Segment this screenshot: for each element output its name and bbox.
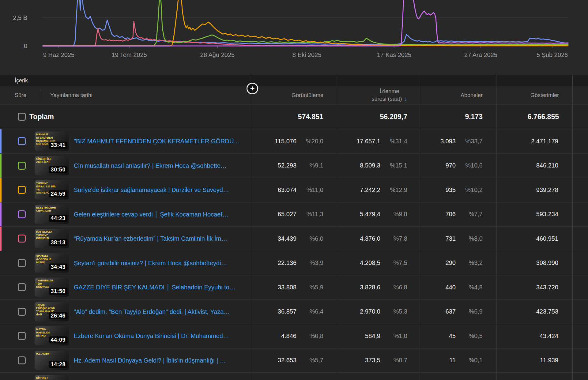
video-table-row: HZ. ADEM14:28Hz. Adem Nasıl Dünyaya Geld…	[0, 348, 588, 373]
row-select-checkbox[interactable]	[18, 283, 26, 291]
video-thumbnail[interactable]: HAFIZLIKTA TÜRKİYE BİRİNCİSİ38:13	[35, 229, 69, 248]
metric-percent: %4,8	[456, 284, 483, 291]
metric-value: 65.027	[278, 211, 296, 218]
column-header-publish-date[interactable]: Yayınlanma tarihi	[50, 92, 92, 99]
metric-percent: %20,0	[296, 138, 323, 145]
video-duration-badge: 30:50	[49, 166, 67, 173]
video-table-row: MAHMUT EFENDİ'DEN KERAMETLER GÖRDÜK33:41…	[0, 129, 588, 153]
row-select-checkbox[interactable]	[18, 356, 26, 364]
metric-percent: %0,1	[456, 357, 483, 364]
y-axis-tick-label: 0	[9, 43, 27, 50]
column-header-impressions[interactable]: Gösterimler	[496, 86, 572, 104]
subscribers-cell: 45%0,5	[421, 324, 496, 348]
metric-value: 7.242,2	[360, 186, 380, 194]
metric-value: 970	[446, 162, 456, 169]
add-metric-button[interactable]: +	[247, 83, 258, 94]
views-over-time-chart: 2,5 B09 Haz 202519 Tem 202528 Ağu 20258 …	[0, 0, 588, 75]
metric-value: 2.970,0	[360, 308, 380, 315]
row-select-checkbox[interactable]	[18, 332, 26, 340]
impressions-cell: 43.424	[496, 324, 572, 348]
impressions-cell: 846.210	[496, 154, 572, 178]
select-all-checkbox[interactable]	[18, 113, 26, 121]
metric-value: 460.951	[536, 235, 558, 242]
row-select-checkbox[interactable]	[18, 137, 26, 145]
thumbnail-caption: HAFIZLIKTA TÜRKİYE BİRİNCİSİ	[36, 230, 56, 240]
video-thumbnail[interactable]: "YAHUDİLER TÜM DÜNYAYA31:50	[35, 278, 69, 297]
metric-percent: %10,6	[456, 162, 483, 169]
video-thumbnail[interactable]: DİYANET MEMURU	[35, 375, 69, 380]
metric-value: 8.509,3	[360, 162, 380, 169]
metric-value: 5.479,4	[360, 211, 380, 218]
row-select-checkbox[interactable]	[18, 162, 26, 170]
metric-percent: %7,7	[456, 211, 483, 218]
subscribers-cell: 970%10,6	[421, 154, 496, 178]
metric-percent: %5,7	[296, 357, 323, 364]
video-title-link[interactable]: "Alo" dedim. "Ben Tayyip Erdoğan" dedi. …	[74, 308, 230, 315]
video-title-link[interactable]: “Rüyamda Kur’an ezberledim” | Taksim Cam…	[74, 235, 227, 242]
watch-time-cell: 17.657,1%31,4	[337, 129, 421, 153]
metric-value: 22.136	[278, 259, 296, 266]
analytics-page: 2,5 B09 Haz 202519 Tem 202528 Ağu 20258 …	[0, 0, 588, 380]
row-select-checkbox[interactable]	[18, 308, 26, 316]
metric-value: 846.210	[536, 162, 558, 169]
video-thumbnail[interactable]: ELEŞTİRİLERE CEVAPLAR44:23	[35, 205, 69, 224]
column-header-watch-time[interactable]: İzlenme süresi (saat)↓	[337, 86, 421, 104]
subscribers-header-label: Aboneler	[461, 92, 483, 99]
metric-value: 731	[446, 235, 456, 242]
x-axis-tick-label: 17 Kas 2025	[377, 51, 411, 58]
metric-value: 308.990	[536, 259, 558, 266]
watch-time-cell: 4.376,0%7,8	[337, 227, 421, 251]
subscribers-cell: 3.093%33,7	[421, 129, 496, 153]
column-header-duration[interactable]: Süre	[15, 92, 26, 99]
x-axis-tick-label: 19 Tem 2025	[111, 51, 147, 58]
video-thumbnail[interactable]: HZ. ADEM14:28	[35, 351, 69, 370]
video-thumbnail[interactable]: Tayyip Erdoğan aradı "Bana dua et" dedi2…	[35, 302, 69, 321]
video-thumbnail[interactable]: ŞEYTANI GÖREBİLİR MİSİN?34:43	[35, 253, 69, 273]
metric-percent: %5,3	[380, 308, 407, 315]
subscribers-cell: 440%4,8	[421, 275, 496, 299]
row-select-checkbox[interactable]	[18, 259, 26, 267]
metric-percent: %6,8	[380, 284, 407, 291]
metric-percent: %7,5	[380, 259, 407, 266]
video-title-link[interactable]: Hz. Adem Nasıl Dünyaya Geldi? | İblis'in…	[74, 357, 226, 364]
metric-value: 43.424	[540, 333, 558, 340]
subscribers-cell: 11%0,1	[421, 348, 496, 373]
watch-time-cell: 7.242,2%12,9	[337, 178, 421, 202]
metric-percent: %15,1	[380, 162, 407, 169]
metric-percent: %12,9	[380, 186, 407, 194]
video-title-link[interactable]: "BİZ MAHMUT EFENDİDEN ÇOK KERAMETLER GÖR…	[74, 138, 240, 145]
video-title-link[interactable]: Suriye'de istikrar sağlanamayacak | Dürz…	[74, 186, 229, 194]
metric-value: 3.093	[440, 138, 456, 145]
metric-percent: %0,8	[296, 333, 323, 340]
video-table-row: "YAHUDİLER TÜM DÜNYAYA31:50GAZZE DİYE Bİ…	[0, 275, 588, 299]
video-title-link[interactable]: Gelen eleştirilere cevap verdi │ Şefik K…	[74, 211, 228, 218]
video-thumbnail[interactable]: TÜRKİYE İSRAİL İLE BİR YIL SAVAŞACAK24:5…	[35, 180, 69, 200]
video-title-link[interactable]: GAZZE DİYE BİR ŞEY KALMADI │ Selahaddin …	[74, 284, 236, 291]
video-title-link[interactable]: Cin musallatı nasıl anlaşılır? | Ekrem H…	[74, 162, 227, 169]
row-select-checkbox[interactable]	[18, 210, 26, 218]
video-thumbnail[interactable]: CİNLER İLE AMELİYAT30:50	[35, 156, 69, 175]
metric-percent: %31,4	[380, 138, 407, 145]
video-duration-badge: 24:59	[49, 190, 67, 198]
column-header-views[interactable]: Görüntüleme	[252, 86, 337, 104]
metric-value: 52.293	[278, 162, 296, 169]
chart-canvas[interactable]	[0, 0, 588, 75]
metric-percent: %6,4	[296, 308, 323, 315]
video-title-link[interactable]: Ezbere Kur'an Okuma Dünya Birincisi | Dr…	[74, 333, 229, 340]
row-select-checkbox[interactable]	[18, 235, 26, 243]
views-cell: 32.653%5,7	[252, 348, 337, 373]
chart-series	[43, 0, 568, 46]
thumbnail-caption: 6 AYDA HAFIZLIĞI BİTİRDİ	[36, 328, 56, 337]
metric-value: 290	[446, 259, 456, 266]
row-select-checkbox[interactable]	[18, 186, 26, 194]
video-thumbnail[interactable]: MAHMUT EFENDİ'DEN KERAMETLER GÖRDÜK33:41	[35, 132, 69, 151]
video-thumbnail[interactable]: 6 AYDA HAFIZLIĞI BİTİRDİ44:09	[35, 326, 69, 346]
video-duration-badge: 38:13	[49, 239, 67, 246]
column-header-subscribers[interactable]: Aboneler	[421, 86, 496, 104]
metric-value: 63.074	[278, 186, 296, 194]
video-title-link[interactable]: Şeytan'ı görebilir misiniz? | Ekrem Hoca…	[74, 259, 227, 266]
metric-value: 45	[449, 333, 456, 340]
row-color-bar	[0, 154, 2, 178]
total-impressions: 6.766.855	[496, 104, 572, 129]
video-duration-badge: 44:23	[49, 215, 67, 222]
